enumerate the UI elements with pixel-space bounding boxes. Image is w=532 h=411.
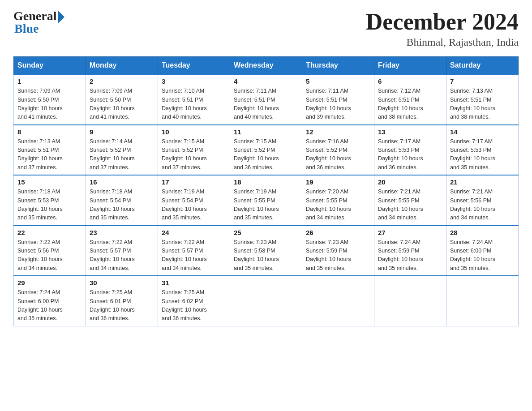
day-info: Sunrise: 7:22 AMSunset: 5:56 PMDaylight:… [17,238,82,273]
day-info: Sunrise: 7:10 AMSunset: 5:51 PMDaylight:… [162,87,226,122]
calendar-cell: 10Sunrise: 7:15 AMSunset: 5:52 PMDayligh… [158,125,230,176]
calendar-cell: 21Sunrise: 7:21 AMSunset: 5:56 PMDayligh… [446,175,519,226]
header-saturday: Saturday [446,57,519,75]
day-info: Sunrise: 7:17 AMSunset: 5:53 PMDaylight:… [378,137,442,172]
day-info: Sunrise: 7:12 AMSunset: 5:51 PMDaylight:… [378,87,442,122]
calendar-cell: 22Sunrise: 7:22 AMSunset: 5:56 PMDayligh… [14,226,86,276]
calendar-cell: 29Sunrise: 7:24 AMSunset: 6:00 PMDayligh… [14,276,86,326]
day-number: 14 [450,128,515,136]
calendar-cell: 19Sunrise: 7:20 AMSunset: 5:55 PMDayligh… [302,175,374,226]
day-number: 19 [306,178,370,186]
header-tuesday: Tuesday [158,57,230,75]
day-info: Sunrise: 7:11 AMSunset: 5:51 PMDaylight:… [306,87,370,122]
calendar-week-row: 15Sunrise: 7:18 AMSunset: 5:53 PMDayligh… [14,175,519,226]
calendar-cell: 11Sunrise: 7:15 AMSunset: 5:52 PMDayligh… [230,125,302,176]
calendar-week-row: 29Sunrise: 7:24 AMSunset: 6:00 PMDayligh… [14,276,519,326]
calendar-cell: 8Sunrise: 7:13 AMSunset: 5:51 PMDaylight… [14,125,86,176]
day-number: 13 [378,128,442,136]
calendar-cell: 9Sunrise: 7:14 AMSunset: 5:52 PMDaylight… [86,125,158,176]
calendar-cell: 17Sunrise: 7:19 AMSunset: 5:54 PMDayligh… [158,175,230,226]
calendar-cell [374,276,446,326]
location-title: Bhinmal, Rajasthan, India [366,36,519,48]
day-number: 16 [90,178,154,186]
day-info: Sunrise: 7:25 AMSunset: 6:02 PMDaylight:… [162,288,226,323]
calendar-cell: 31Sunrise: 7:25 AMSunset: 6:02 PMDayligh… [158,276,230,326]
day-number: 3 [162,77,226,85]
calendar-cell: 23Sunrise: 7:22 AMSunset: 5:57 PMDayligh… [86,226,158,276]
day-info: Sunrise: 7:18 AMSunset: 5:54 PMDaylight:… [90,188,154,223]
calendar-cell: 12Sunrise: 7:16 AMSunset: 5:52 PMDayligh… [302,125,374,176]
calendar-week-row: 8Sunrise: 7:13 AMSunset: 5:51 PMDaylight… [14,125,519,176]
calendar-cell: 4Sunrise: 7:11 AMSunset: 5:51 PMDaylight… [230,74,302,125]
calendar-cell: 18Sunrise: 7:19 AMSunset: 5:55 PMDayligh… [230,175,302,226]
day-info: Sunrise: 7:13 AMSunset: 5:51 PMDaylight:… [17,137,82,172]
day-info: Sunrise: 7:24 AMSunset: 6:00 PMDaylight:… [17,288,82,323]
day-number: 12 [306,128,370,136]
logo: General Blue [13,9,64,36]
calendar-cell: 2Sunrise: 7:09 AMSunset: 5:50 PMDaylight… [86,74,158,125]
header-thursday: Thursday [302,57,374,75]
day-info: Sunrise: 7:19 AMSunset: 5:55 PMDaylight:… [234,188,298,223]
calendar-cell: 3Sunrise: 7:10 AMSunset: 5:51 PMDaylight… [158,74,230,125]
day-info: Sunrise: 7:21 AMSunset: 5:56 PMDaylight:… [450,188,515,223]
day-number: 21 [450,178,515,186]
calendar-cell: 15Sunrise: 7:18 AMSunset: 5:53 PMDayligh… [14,175,86,226]
day-number: 4 [234,77,298,85]
day-info: Sunrise: 7:23 AMSunset: 5:58 PMDaylight:… [234,238,298,273]
header-sunday: Sunday [14,57,86,75]
day-number: 20 [378,178,442,186]
day-info: Sunrise: 7:20 AMSunset: 5:55 PMDaylight:… [306,188,370,223]
day-number: 7 [450,77,515,85]
day-number: 15 [17,178,82,186]
calendar-cell: 26Sunrise: 7:23 AMSunset: 5:59 PMDayligh… [302,226,374,276]
day-info: Sunrise: 7:14 AMSunset: 5:52 PMDaylight:… [90,137,154,172]
day-number: 24 [162,229,226,236]
day-info: Sunrise: 7:15 AMSunset: 5:52 PMDaylight:… [162,137,226,172]
day-info: Sunrise: 7:23 AMSunset: 5:59 PMDaylight:… [306,238,370,273]
day-number: 23 [90,229,154,236]
day-number: 10 [162,128,226,136]
day-number: 31 [162,279,226,287]
calendar-cell: 24Sunrise: 7:22 AMSunset: 5:57 PMDayligh… [158,226,230,276]
title-block: December 2024 Bhinmal, Rajasthan, India [366,9,519,48]
day-info: Sunrise: 7:25 AMSunset: 6:01 PMDaylight:… [90,288,154,323]
day-number: 17 [162,178,226,186]
day-info: Sunrise: 7:09 AMSunset: 5:50 PMDaylight:… [90,87,154,122]
day-info: Sunrise: 7:24 AMSunset: 5:59 PMDaylight:… [378,238,442,273]
header-wednesday: Wednesday [230,57,302,75]
day-number: 18 [234,178,298,186]
logo-arrow-icon [58,11,64,23]
calendar-header-row: SundayMondayTuesdayWednesdayThursdayFrid… [14,57,519,75]
calendar-cell: 13Sunrise: 7:17 AMSunset: 5:53 PMDayligh… [374,125,446,176]
day-info: Sunrise: 7:11 AMSunset: 5:51 PMDaylight:… [234,87,298,122]
calendar-cell: 16Sunrise: 7:18 AMSunset: 5:54 PMDayligh… [86,175,158,226]
calendar-cell: 14Sunrise: 7:17 AMSunset: 5:53 PMDayligh… [446,125,519,176]
calendar-table: SundayMondayTuesdayWednesdayThursdayFrid… [13,56,519,326]
day-number: 1 [17,77,82,85]
day-number: 25 [234,229,298,236]
day-number: 9 [90,128,154,136]
calendar-cell: 30Sunrise: 7:25 AMSunset: 6:01 PMDayligh… [86,276,158,326]
calendar-cell: 1Sunrise: 7:09 AMSunset: 5:50 PMDaylight… [14,74,86,125]
month-title: December 2024 [366,9,519,34]
calendar-cell: 25Sunrise: 7:23 AMSunset: 5:58 PMDayligh… [230,226,302,276]
calendar-cell: 27Sunrise: 7:24 AMSunset: 5:59 PMDayligh… [374,226,446,276]
logo-blue-text: Blue [13,21,39,36]
day-number: 28 [450,229,515,236]
calendar-cell [446,276,519,326]
day-number: 11 [234,128,298,136]
calendar-cell: 20Sunrise: 7:21 AMSunset: 5:55 PMDayligh… [374,175,446,226]
day-number: 22 [17,229,82,236]
day-number: 29 [17,279,82,287]
day-number: 27 [378,229,442,236]
calendar-cell [302,276,374,326]
day-info: Sunrise: 7:19 AMSunset: 5:54 PMDaylight:… [162,188,226,223]
day-info: Sunrise: 7:17 AMSunset: 5:53 PMDaylight:… [450,137,515,172]
day-number: 6 [378,77,442,85]
calendar-cell: 7Sunrise: 7:13 AMSunset: 5:51 PMDaylight… [446,74,519,125]
calendar-cell: 28Sunrise: 7:24 AMSunset: 6:00 PMDayligh… [446,226,519,276]
day-info: Sunrise: 7:15 AMSunset: 5:52 PMDaylight:… [234,137,298,172]
day-info: Sunrise: 7:22 AMSunset: 5:57 PMDaylight:… [162,238,226,273]
day-number: 2 [90,77,154,85]
header-monday: Monday [86,57,158,75]
